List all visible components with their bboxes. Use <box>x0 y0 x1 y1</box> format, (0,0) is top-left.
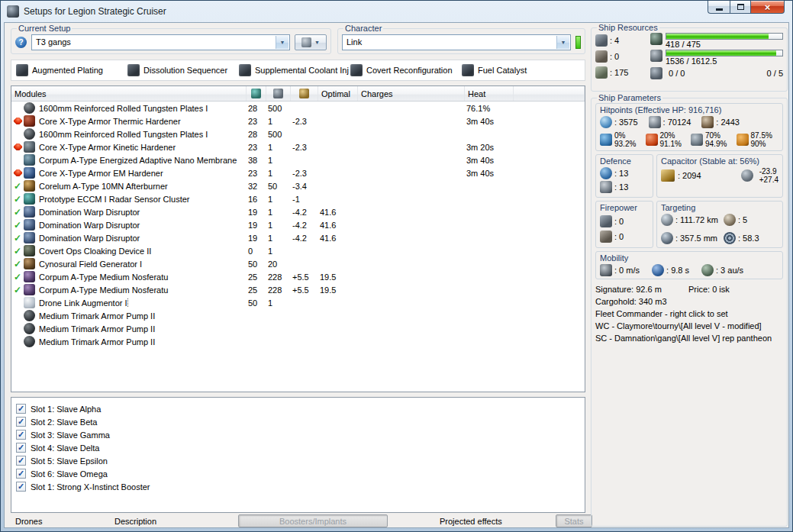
subsystem-item[interactable]: Covert Reconfiguration <box>350 64 462 76</box>
character-combo[interactable]: Link ▼ <box>342 34 571 50</box>
tab-drones[interactable]: Drones <box>15 517 42 526</box>
subsystem-item[interactable]: Fuel Catalyst <box>462 64 573 76</box>
module-row[interactable]: Medium Trimark Armor Pump II <box>11 322 585 335</box>
heat-column-header[interactable]: Heat <box>465 86 514 101</box>
module-status <box>11 143 24 150</box>
character-combo-button[interactable]: ▼ <box>556 36 569 49</box>
slot-checkbox[interactable]: ✓ <box>16 469 26 479</box>
scan-resolution-icon <box>661 232 673 244</box>
module-row[interactable]: ✓Corpum A-Type Medium Nosferatu25228+5.5… <box>11 283 585 296</box>
slot-row[interactable]: ✓Slot 6: Slave Omega <box>16 467 580 480</box>
tab-stats[interactable]: Stats <box>556 514 592 527</box>
module-row[interactable]: 1600mm Reinforced Rolled Tungsten Plates… <box>11 102 585 114</box>
slot-checkbox[interactable]: ✓ <box>16 443 26 453</box>
slot-row[interactable]: ✓Slot 2: Slave Beta <box>16 415 580 428</box>
maximize-button[interactable] <box>730 1 750 14</box>
em-resist-cell: 0%93.2% <box>600 131 643 148</box>
warp-disruptor-icon <box>24 206 35 218</box>
turret-dps-value: : 0 <box>614 217 624 226</box>
slot-row[interactable]: ✓Slot 1: Slave Alpha <box>16 402 580 415</box>
cyno-generator-icon <box>24 258 35 269</box>
subsystem-item[interactable]: Augmented Plating <box>16 64 127 76</box>
overheated-icon <box>13 143 23 150</box>
modules-rows: 1600mm Reinforced Rolled Tungsten Plates… <box>11 102 585 348</box>
module-row[interactable]: ✓Prototype ECCM I Radar Sensor Cluster16… <box>11 192 585 205</box>
titlebar[interactable]: Setups for Legion Strategic Cruiser <box>1 1 792 22</box>
module-row[interactable]: Core X-Type Armor Kinetic Hardener231-2.… <box>11 140 585 153</box>
bottom-tabbar: DronesDescriptionBoosters/ImplantsProjec… <box>11 514 585 528</box>
setup-tools-button[interactable]: ▼ <box>295 34 327 50</box>
character-combo-value: Link <box>347 37 362 47</box>
module-powergrid-value: 500 <box>266 104 291 113</box>
module-icon-cell <box>24 284 39 295</box>
setup-combo[interactable]: T3 gangs ▼ <box>31 34 290 50</box>
missile-dps-value: : 0 <box>614 232 624 241</box>
price-value: Price: 0 isk <box>688 285 730 294</box>
close-button[interactable]: × <box>750 1 785 14</box>
help-icon[interactable]: ? <box>15 37 27 48</box>
structure-hp-value: : 2443 <box>716 118 740 127</box>
slot-row[interactable]: ✓Slot 1: Strong X-Instinct Booster <box>16 480 580 493</box>
module-capacitor-value: -2.3 <box>291 169 318 178</box>
slot-row[interactable]: ✓Slot 3: Slave Gamma <box>16 428 580 441</box>
chevron-down-icon: ▼ <box>561 40 566 45</box>
tab-description[interactable]: Description <box>114 517 156 526</box>
module-row[interactable]: Drone Link Augmentor I501 <box>11 296 585 309</box>
module-row[interactable]: Medium Trimark Armor Pump II <box>11 309 585 322</box>
module-powergrid-value: 500 <box>266 130 291 139</box>
module-row[interactable]: ✓Domination Warp Disruptor191-4.241.6 <box>11 231 585 244</box>
setup-combo-button[interactable]: ▼ <box>276 36 289 49</box>
module-icon-cell <box>24 323 39 334</box>
subsystem-item[interactable]: Supplemental Coolant Inj <box>239 64 350 76</box>
thermal-resist-icon <box>646 134 658 146</box>
targeting-range-value: : 111.72 km <box>675 215 718 224</box>
module-row[interactable]: 1600mm Reinforced Rolled Tungsten Plates… <box>11 127 585 140</box>
slot-checkbox[interactable]: ✓ <box>16 404 26 414</box>
capacitor-column-header[interactable] <box>291 86 318 101</box>
module-row[interactable]: ✓Domination Warp Disruptor191-4.241.6 <box>11 205 585 218</box>
shield-hp-value: : 3575 <box>614 118 638 127</box>
module-powergrid-value: 1 <box>266 143 291 152</box>
module-heat-value: 3m 20s <box>465 143 514 152</box>
capacitor-title: Capacitor (Stable at: 56%) <box>661 156 778 166</box>
nosferatu-icon <box>24 271 35 282</box>
slot-checkbox[interactable]: ✓ <box>16 482 26 492</box>
module-row[interactable]: ✓Covert Ops Cloaking Device II01 <box>11 244 585 257</box>
subsystem-item[interactable]: Dissolution Sequencer <box>127 64 239 76</box>
slot-row[interactable]: ✓Slot 5: Slave Epsilon <box>16 454 580 467</box>
module-row[interactable]: Core X-Type Armor Thermic Hardener231-2.… <box>11 114 585 127</box>
module-row[interactable]: ✓Cynosural Field Generator I5020 <box>11 257 585 270</box>
module-row[interactable]: Corpum A-Type Energized Adaptive Nano Me… <box>11 153 585 166</box>
module-name-text: Medium Trimark Armor Pump II <box>39 337 155 347</box>
charges-column-header[interactable]: Charges <box>358 86 465 101</box>
tab-projected-effects[interactable]: Projected effects <box>440 517 502 526</box>
module-row[interactable]: ✓Domination Warp Disruptor191-4.241.6 <box>11 218 585 231</box>
slot-label: Slot 2: Slave Beta <box>31 418 97 427</box>
powergrid-column-header[interactable] <box>266 86 291 101</box>
modules-column-header[interactable]: Modules <box>11 86 247 101</box>
scan-resolution-value: : 357.5 mm <box>675 234 717 243</box>
module-row[interactable]: ✓Corpum A-Type Medium Nosferatu25228+5.5… <box>11 270 585 283</box>
ship-resources-title: Ship Resources <box>597 23 659 32</box>
tab-boosters-implants[interactable]: Boosters/Implants <box>238 514 388 527</box>
firepower-box: Firepower : 0 : 0 <box>595 201 653 248</box>
module-row[interactable]: Medium Trimark Armor Pump II <box>11 335 585 348</box>
optimal-column-header[interactable]: Optimal <box>318 86 358 101</box>
resource-bars-column: 418 / 475 1536 / 1612.5 0 / 0 <box>650 33 783 79</box>
module-name: Corpum A-Type Medium Nosferatu <box>39 285 247 295</box>
resist-values: 87.5%90% <box>751 131 772 148</box>
slot-label: Slot 3: Slave Gamma <box>31 430 110 440</box>
slot-checkbox[interactable]: ✓ <box>16 456 26 466</box>
launcher-hardpoints-value: : 0 <box>610 52 619 61</box>
minimize-button[interactable] <box>708 1 730 14</box>
cpu-column-header[interactable] <box>247 86 266 101</box>
slot-checkbox[interactable]: ✓ <box>16 430 26 440</box>
slot-checkbox[interactable]: ✓ <box>16 417 26 427</box>
module-row[interactable]: ✓Corelum A-Type 10MN Afterburner3250-3.4 <box>11 179 585 192</box>
max-velocity-value: : 0 m/s <box>614 266 640 275</box>
subsystem-propulsion-icon <box>462 64 474 76</box>
targeting-title: Targeting <box>661 203 778 212</box>
slot-row[interactable]: ✓Slot 4: Slave Delta <box>16 441 580 454</box>
module-row[interactable]: Core X-Type Armor EM Hardener231-2.33m 4… <box>11 166 585 179</box>
capacitor-box: Capacitor (Stable at: 56%) : 2094 -23.9 … <box>656 154 783 198</box>
